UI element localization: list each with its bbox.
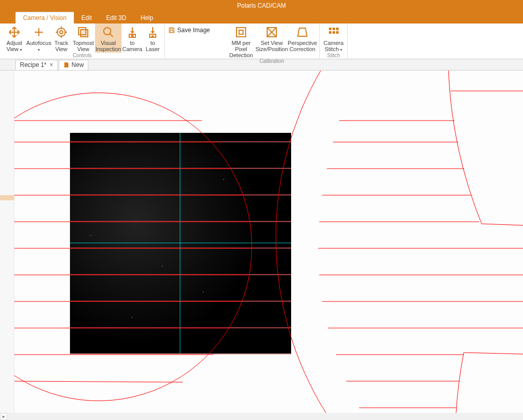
svg-rect-14 [332,28,335,30]
autofocus-button[interactable]: Autofocus▾ [27,24,51,53]
group-label-calibration: Calibration [259,58,284,65]
adjust-view-icon [8,26,20,39]
visual-inspection-button[interactable]: Visual Inspection [95,24,122,53]
group-label-controls: Controls [73,53,91,59]
workspace: ▸ [0,71,523,420]
ribbon-group-controls: Adjust View ▾ Autofocus▾ Track View Topm… [0,24,165,59]
svg-rect-15 [336,28,339,30]
svg-rect-17 [332,31,335,34]
ribbon-group-stitch: Camera Stitch ▾ Stitch [320,24,348,59]
perspective-correction-button[interactable]: Perspective Correction [288,24,317,58]
to-camera-button[interactable]: to Camera [122,24,143,53]
save-image-button[interactable]: Save Image [165,24,214,59]
document-icon [63,62,69,68]
tab-edit-3d[interactable]: Edit 3D [99,12,133,24]
track-view-button[interactable]: Track View [51,24,72,53]
svg-rect-11 [239,30,243,34]
document-tab-new[interactable]: New [59,60,88,70]
svg-rect-3 [81,30,88,37]
svg-rect-13 [329,28,331,30]
svg-rect-16 [329,31,331,34]
layers-icon [77,26,89,39]
set-view-size-button[interactable]: Set View Size/Position [256,24,288,58]
ribbon-group-calibration: MM per Pixel Detection Set View Size/Pos… [224,24,320,59]
title-bar: Polaris CAD/CAM [0,0,523,11]
tab-camera-vision[interactable]: Camera / Vision [15,12,74,24]
svg-line-39 [14,381,183,382]
resize-icon [266,26,278,39]
adjust-view-button[interactable]: Adjust View ▾ [2,24,27,53]
topmost-view-button[interactable]: Topmost View [72,24,95,53]
tab-edit[interactable]: Edit [74,12,99,24]
left-rail [0,71,14,420]
crosshair-vertical [180,133,180,354]
group-label-stitch: Stitch [327,53,340,59]
camera-image [70,133,291,354]
mm-per-pixel-button[interactable]: MM per Pixel Detection [226,24,256,58]
canvas[interactable] [14,71,523,413]
horizontal-scrollbar[interactable]: ▸ [0,413,523,420]
crosshair-horizontal [70,243,291,243]
svg-rect-10 [236,28,246,37]
scroll-right-icon[interactable]: ▸ [0,413,7,420]
to-laser-icon [147,26,159,39]
camera-stitch-button[interactable]: Camera Stitch ▾ [322,24,345,53]
grid-icon [327,26,340,39]
svg-rect-8 [171,28,173,29]
close-icon[interactable]: × [50,61,53,68]
svg-rect-18 [336,31,339,34]
app-title: Polaris CAD/CAM [237,2,286,9]
ribbon: Adjust View ▾ Autofocus▾ Track View Topm… [0,24,523,59]
document-tab-recipe1[interactable]: Recipe 1* × [15,60,58,70]
magnifier-icon [102,26,114,39]
target-icon [55,26,67,39]
perspective-icon [296,26,308,39]
detect-icon [235,26,247,39]
svg-point-6 [132,35,133,37]
menu-tabs: Camera / Vision Edit Edit 3D Help [0,11,523,24]
svg-rect-9 [170,31,173,33]
to-laser-button[interactable]: to Laser [143,24,162,53]
to-camera-icon [126,26,138,39]
svg-point-0 [57,28,65,36]
tab-help[interactable]: Help [133,12,160,24]
svg-point-4 [104,28,111,35]
save-icon [168,27,175,35]
svg-point-1 [60,31,63,34]
autofocus-icon [33,26,45,39]
rail-marker [0,195,14,200]
